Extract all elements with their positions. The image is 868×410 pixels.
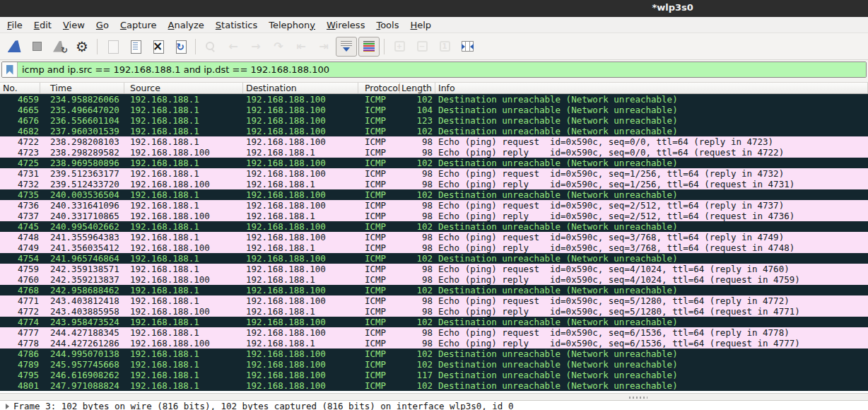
packet-row[interactable]: 4778 244.427261286 192.168.188.100 192.1… — [0, 338, 868, 348]
packet-row[interactable]: 4736 240.331641096 192.168.188.1 192.168… — [0, 200, 868, 211]
magnifier-icon — [205, 41, 216, 52]
cell-info: Destination unreachable (Network unreach… — [435, 221, 868, 232]
packet-row[interactable]: 4731 239.512363177 192.168.188.1 192.168… — [0, 168, 868, 179]
packet-row[interactable]: 4760 242.359213837 192.168.188.100 192.1… — [0, 274, 868, 285]
packet-row[interactable]: 4801 247.971088824 192.168.188.1 192.168… — [0, 380, 868, 391]
resize-columns-button[interactable] — [457, 37, 478, 57]
packet-row[interactable]: 4768 242.958688462 192.168.188.1 192.168… — [0, 285, 868, 295]
cell-destination: 192.168.188.100 — [243, 189, 358, 200]
pane-splitter[interactable] — [0, 393, 868, 401]
cell-destination: 192.168.188.1 — [243, 242, 358, 253]
colorize-button[interactable] — [358, 37, 380, 57]
packet-row[interactable]: 4665 235.496647020 192.168.188.1 192.168… — [0, 105, 868, 115]
menu-analyze[interactable]: Analyze — [163, 18, 210, 32]
cell-info: Echo (ping) request id=0x590c, seq=3/768… — [435, 232, 868, 242]
stop-capture-button[interactable] — [26, 37, 47, 57]
menu-go[interactable]: Go — [90, 18, 115, 32]
cell-length: 98 — [400, 274, 435, 285]
cell-source: 192.168.188.1 — [124, 317, 243, 327]
close-file-button[interactable] — [147, 37, 168, 57]
menu-tools[interactable]: Tools — [370, 18, 404, 32]
cell-destination: 192.168.188.100 — [243, 285, 358, 295]
cell-no: 4795 — [0, 370, 40, 380]
menu-capture[interactable]: Capture — [115, 18, 163, 32]
cell-no: 4725 — [0, 158, 40, 168]
filter-bookmark-button[interactable] — [2, 62, 18, 77]
packet-row[interactable]: 4774 243.958473524 192.168.188.1 192.168… — [0, 317, 868, 327]
cell-protocol: ICMP — [358, 327, 400, 338]
packet-row[interactable]: 4722 238.298208103 192.168.188.1 192.168… — [0, 136, 868, 147]
cell-protocol: ICMP — [358, 232, 400, 242]
menu-wireless[interactable]: Wireless — [321, 18, 370, 32]
packet-row[interactable]: 4732 239.512433720 192.168.188.100 192.1… — [0, 179, 868, 189]
reload-file-button[interactable] — [170, 37, 191, 57]
cell-time: 245.957745668 — [40, 359, 124, 370]
packet-row[interactable]: 4659 234.958826066 192.168.188.1 192.168… — [0, 94, 868, 105]
packet-row[interactable]: 4789 245.957745668 192.168.188.1 192.168… — [0, 359, 868, 370]
cell-destination: 192.168.188.100 — [243, 221, 358, 232]
packet-row[interactable]: 4676 236.556601104 192.168.188.1 192.168… — [0, 115, 868, 126]
arrow-left-icon: ← — [228, 41, 237, 52]
menu-help[interactable]: Help — [404, 18, 437, 32]
frame-summary[interactable]: Frame 3: 102 bytes on wire (816 bits), 1… — [13, 401, 513, 410]
menu-statistics[interactable]: Statistics — [210, 18, 263, 32]
cell-info: Destination unreachable (Network unreach… — [435, 370, 868, 380]
start-capture-button[interactable] — [4, 37, 25, 57]
cell-length: 98 — [400, 147, 435, 158]
cell-no: 4759 — [0, 264, 40, 274]
packet-row[interactable]: 4748 241.355964383 192.168.188.1 192.168… — [0, 232, 868, 242]
menu-view[interactable]: View — [57, 18, 90, 32]
column-header-protocol[interactable]: Protocol — [358, 83, 400, 93]
splitter-grip-icon — [629, 397, 647, 399]
packet-row[interactable]: 4725 238.969580896 192.168.188.1 192.168… — [0, 158, 868, 168]
go-back-button: ← — [223, 37, 244, 57]
display-filter-input[interactable]: icmp and ip.src == 192.168.188.1 and ip.… — [18, 62, 866, 77]
restart-capture-button[interactable] — [49, 37, 70, 57]
column-header-length[interactable]: Length — [400, 83, 435, 93]
packet-row[interactable]: 4772 243.403885958 192.168.188.100 192.1… — [0, 306, 868, 317]
packet-row[interactable]: 4735 240.003536504 192.168.188.1 192.168… — [0, 189, 868, 200]
cell-destination: 192.168.188.100 — [243, 327, 358, 338]
cell-destination: 192.168.188.100 — [243, 359, 358, 370]
expand-triangle-icon[interactable] — [6, 404, 9, 409]
packet-row[interactable]: 4737 240.331710865 192.168.188.100 192.1… — [0, 211, 868, 221]
cell-source: 192.168.188.100 — [124, 179, 243, 189]
packet-row[interactable]: 4795 246.616908262 192.168.188.1 192.168… — [0, 370, 868, 380]
cell-source: 192.168.188.1 — [124, 136, 243, 147]
cell-info: Echo (ping) reply id=0x590c, seq=0/0, tt… — [435, 147, 868, 158]
column-header-no[interactable]: No. — [0, 83, 40, 93]
packet-row[interactable]: 4754 241.965746864 192.168.188.1 192.168… — [0, 253, 868, 264]
packet-row[interactable]: 4723 238.298289582 192.168.188.100 192.1… — [0, 147, 868, 158]
menu-telephony[interactable]: Telephony — [263, 18, 321, 32]
cell-time: 238.298289582 — [40, 147, 124, 158]
cell-length: 102 — [400, 317, 435, 327]
cell-protocol: ICMP — [358, 189, 400, 200]
packet-row[interactable]: 4745 240.995402662 192.168.188.1 192.168… — [0, 221, 868, 232]
cell-time: 243.403812418 — [40, 295, 124, 306]
column-header-info[interactable]: Info — [435, 83, 868, 93]
zoom-out-icon: − — [417, 41, 428, 52]
column-header-time[interactable]: Time — [40, 83, 124, 93]
cell-protocol: ICMP — [358, 306, 400, 317]
cell-destination: 192.168.188.100 — [243, 115, 358, 126]
cell-time: 242.359138571 — [40, 264, 124, 274]
cell-length: 102 — [400, 285, 435, 295]
packet-row[interactable]: 4682 237.960301539 192.168.188.1 192.168… — [0, 126, 868, 136]
cell-time: 242.359213837 — [40, 274, 124, 285]
column-header-destination[interactable]: Destination — [243, 83, 358, 93]
auto-scroll-button[interactable] — [336, 37, 357, 57]
menu-file[interactable]: File — [1, 18, 28, 32]
cell-source: 192.168.188.1 — [124, 348, 243, 359]
cell-destination: 192.168.188.100 — [243, 295, 358, 306]
menu-edit[interactable]: Edit — [28, 18, 57, 32]
toolbar-separator — [97, 39, 98, 54]
packet-row[interactable]: 4786 244.995070138 192.168.188.1 192.168… — [0, 348, 868, 359]
capture-options-button[interactable]: ⚙ — [71, 37, 93, 57]
packet-row[interactable]: 4759 242.359138571 192.168.188.1 192.168… — [0, 264, 868, 274]
packet-row[interactable]: 4777 244.427188345 192.168.188.1 192.168… — [0, 327, 868, 338]
column-header-source[interactable]: Source — [124, 83, 243, 93]
save-file-button[interactable] — [124, 37, 146, 57]
packet-row[interactable]: 4749 241.356035412 192.168.188.100 192.1… — [0, 242, 868, 253]
packet-row[interactable]: 4771 243.403812418 192.168.188.1 192.168… — [0, 295, 868, 306]
cell-destination: 192.168.188.1 — [243, 179, 358, 189]
